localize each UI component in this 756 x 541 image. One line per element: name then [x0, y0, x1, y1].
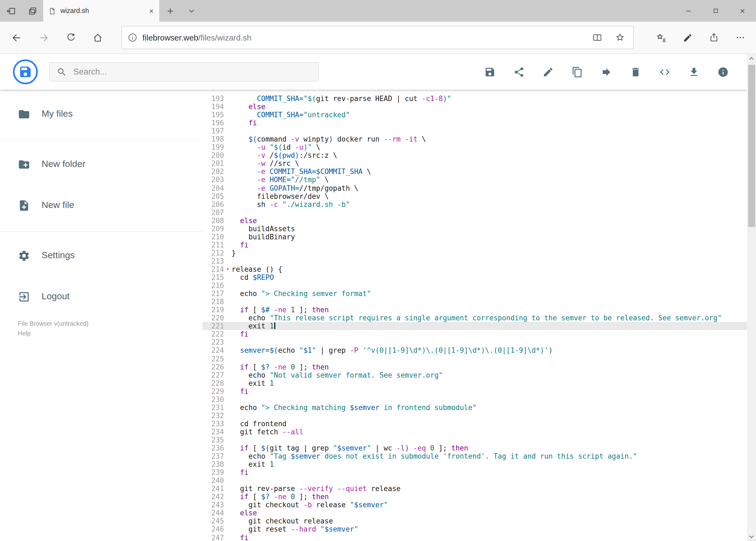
tab-close-icon[interactable] [148, 8, 154, 14]
back-button[interactable] [3, 21, 30, 54]
code-line[interactable]: 241 git rev-parse --verify --quiet relea… [202, 485, 747, 493]
code-line[interactable]: 195 COMMIT_SHA="untracked" [202, 111, 747, 119]
code-line[interactable]: 207 [202, 208, 747, 216]
search-input[interactable] [74, 67, 300, 77]
close-window-button[interactable] [729, 0, 756, 22]
code-line[interactable]: 235 [202, 436, 747, 444]
add-favorite-button[interactable] [609, 26, 631, 49]
code-line[interactable]: 239 fi [202, 468, 747, 476]
help-link[interactable]: Help [18, 328, 89, 338]
code-line[interactable]: 215 cd $REPO [202, 273, 747, 281]
scroll-up-arrow[interactable] [747, 54, 756, 63]
share-page-button[interactable] [701, 21, 727, 54]
move-button[interactable] [601, 66, 612, 78]
code-line[interactable]: 240 [202, 476, 747, 485]
code-line[interactable]: 225 [202, 355, 747, 363]
edit-button[interactable] [543, 66, 554, 78]
code-line[interactable]: 199 -u "$(id -u)" \ [202, 144, 747, 152]
code-line[interactable]: 213 [202, 257, 747, 265]
code-line[interactable]: 208 else [202, 216, 747, 225]
code-line[interactable]: 210 buildBinary [202, 233, 747, 241]
page-scrollbar[interactable] [747, 54, 756, 541]
save-button[interactable] [484, 66, 496, 78]
code-line[interactable]: 244 else [202, 509, 747, 517]
code-line[interactable]: 224 semver=$(echo "$1" | grep -P '^v(0|[… [202, 346, 747, 355]
code-line[interactable]: 237 echo "Tag $semver does not exist in … [202, 452, 747, 460]
code-line[interactable]: 200 -v /$(pwd):/src:z \ [202, 152, 747, 160]
site-info-icon[interactable] [127, 32, 137, 43]
code-line[interactable]: 201 -w //src \ [202, 160, 747, 168]
browser-tab[interactable]: wizard.sh [43, 0, 159, 22]
code-line[interactable]: 218 [202, 297, 747, 306]
code-line[interactable]: 193 COMMIT_SHA="$(git rev-parse HEAD | c… [202, 95, 747, 103]
download-button[interactable] [688, 66, 700, 78]
delete-button[interactable] [630, 66, 641, 78]
code-line[interactable]: 230 [202, 395, 747, 403]
new-tab-button[interactable] [159, 0, 181, 22]
hub-button[interactable] [648, 21, 674, 54]
code-line[interactable]: 245 git checkout release [202, 517, 747, 525]
code-line[interactable]: 246 git reset --hard "$semver" [202, 525, 747, 533]
code-button[interactable] [659, 66, 670, 78]
show-set-aside-tabs-button[interactable] [22, 0, 43, 22]
code-line[interactable]: 227 echo "Not valid semver format. See s… [202, 371, 747, 379]
tab-preview-chevron-button[interactable] [181, 0, 202, 22]
more-options-button[interactable] [727, 21, 754, 54]
code-line[interactable]: 204 -e GOPATH=//tmp/gopath \ [202, 184, 747, 192]
share-button[interactable] [513, 66, 525, 78]
code-line[interactable]: 205 filebrowser/dev \ [202, 192, 747, 200]
filebrowser-logo[interactable] [13, 59, 38, 84]
code-line[interactable]: 232 [202, 412, 747, 420]
code-line[interactable]: 236 if [ $(git tag | grep "$semver" | wc… [202, 444, 747, 452]
code-line[interactable]: 214▾release () { [202, 265, 747, 273]
sidebar-item-new-file[interactable]: New file [0, 190, 202, 221]
code-line[interactable]: 238 exit 1 [202, 460, 747, 468]
code-line[interactable]: 217 echo "> Checking semver format" [202, 289, 747, 297]
code-line[interactable]: 223 [202, 338, 747, 346]
reading-view-button[interactable] [586, 26, 609, 49]
code-line[interactable]: 202 -e COMMIT_SHA=$COMMIT_SHA \ [202, 168, 747, 176]
refresh-button[interactable] [57, 21, 84, 54]
code-line[interactable]: 197 [202, 127, 747, 135]
forward-button[interactable] [30, 21, 57, 54]
code-line[interactable]: 194 else [202, 103, 747, 111]
code-line[interactable]: 231 echo "> Checking matching $semver in… [202, 403, 747, 412]
copy-button[interactable] [572, 66, 583, 78]
web-note-button[interactable] [674, 21, 701, 54]
code-line[interactable]: 247 fi [202, 533, 747, 541]
set-aside-tabs-button[interactable] [0, 0, 22, 22]
code-editor[interactable]: 193 COMMIT_SHA="$(git rev-parse HEAD | c… [202, 90, 747, 541]
info-button[interactable] [717, 66, 729, 78]
sidebar-item-new-folder[interactable]: New folder [0, 149, 202, 179]
code-line[interactable]: 211 fi [202, 241, 747, 249]
code-line[interactable]: 226 if [ $? -ne 0 ]; then [202, 363, 747, 371]
code-line[interactable]: 209 buildAssets [202, 225, 747, 233]
code-line[interactable]: 228 exit 1 [202, 379, 747, 387]
code-line[interactable]: 219 if [ $# -ne 1 ]; then [202, 306, 747, 314]
code-line[interactable]: 203 -e HOME="//tmp" \ [202, 176, 747, 184]
code-line[interactable]: 242 if [ $? -ne 0 ]; then [202, 493, 747, 501]
minimize-button[interactable] [675, 0, 702, 22]
code-line[interactable]: 216 [202, 281, 747, 289]
scrollbar-thumb[interactable] [748, 65, 755, 227]
sidebar-item-logout[interactable]: Logout [0, 281, 202, 312]
home-button[interactable] [84, 21, 111, 54]
sidebar-item-settings[interactable]: Settings [0, 241, 202, 270]
code-line[interactable]: 221 exit 1 [202, 322, 747, 330]
scroll-down-arrow[interactable] [747, 532, 756, 541]
code-line[interactable]: 220 echo "This release script requires a… [202, 314, 747, 322]
code-line[interactable]: 198 $(command -v winpty) docker run --rm… [202, 135, 747, 143]
code-line[interactable]: 206 sh -c "./wizard.sh -b" [202, 200, 747, 208]
code-line[interactable]: 233 cd frontend [202, 420, 747, 428]
fold-arrow-icon[interactable]: ▾ [224, 265, 232, 273]
code-line[interactable]: 196 fi [202, 119, 747, 127]
code-line[interactable]: 229 fi [202, 387, 747, 395]
sidebar-item-my-files[interactable]: My files [0, 99, 202, 129]
code-line[interactable]: 234 git fetch --all [202, 428, 747, 436]
search-box[interactable] [49, 62, 319, 82]
code-line[interactable]: 222 fi [202, 330, 747, 338]
url-bar[interactable]: filebrowser.web/files/wizard.sh [122, 26, 634, 49]
code-line[interactable]: 243 git checkout -b release "$semver" [202, 501, 747, 509]
maximize-button[interactable] [702, 0, 729, 22]
code-line[interactable]: 212} [202, 249, 747, 257]
